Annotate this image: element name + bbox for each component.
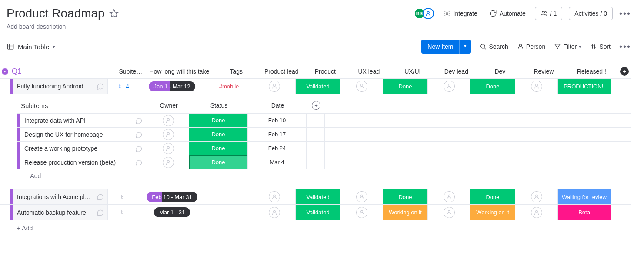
chat-icon[interactable] [92, 205, 108, 220]
column-timeline[interactable]: How long will this take [146, 68, 212, 75]
ux-lead-cell[interactable] [340, 189, 383, 204]
subitem-name[interactable]: Integrate data with API [20, 114, 130, 127]
column-review[interactable]: Review [522, 68, 565, 75]
product-lead-cell[interactable] [253, 205, 296, 220]
released-status-cell[interactable]: Waiting for review [558, 189, 611, 204]
chat-icon[interactable] [92, 79, 108, 94]
dev-status-cell[interactable]: Working on it [470, 205, 515, 220]
chat-icon[interactable] [130, 128, 147, 141]
column-product-lead[interactable]: Product lead [260, 68, 303, 75]
subitem-date[interactable]: Feb 24 [248, 142, 307, 155]
add-subitem-button[interactable]: + Add [17, 169, 631, 183]
subitem-name[interactable]: Design the UX for homepage [20, 128, 130, 141]
svg-point-15 [535, 84, 537, 86]
dev-lead-cell[interactable] [428, 205, 470, 220]
dev-lead-cell[interactable] [428, 79, 470, 94]
product-status-cell[interactable]: Validated [296, 79, 340, 94]
person-filter-button[interactable]: Person [517, 43, 545, 50]
subitem-date[interactable]: Mar 4 [248, 155, 307, 169]
svg-point-21 [360, 195, 363, 197]
ux-lead-cell[interactable] [340, 205, 383, 220]
tags-cell[interactable] [205, 205, 253, 220]
subitem-status[interactable]: Done [189, 114, 248, 127]
tags-cell[interactable] [205, 189, 253, 204]
members-button[interactable]: / 1 [535, 7, 563, 20]
released-status-cell[interactable]: PRODUCTION!! [558, 79, 611, 94]
chat-icon[interactable] [92, 189, 108, 204]
uxui-status-cell[interactable]: Done [383, 189, 428, 204]
chat-icon[interactable] [130, 142, 147, 155]
new-item-dropdown[interactable]: ▾ [459, 40, 471, 54]
review-cell[interactable] [515, 189, 558, 204]
product-lead-cell[interactable] [253, 189, 296, 204]
timeline-cell[interactable]: Mar 1 - 31 [139, 205, 205, 220]
chat-icon[interactable] [130, 114, 147, 127]
column-ux-lead[interactable]: UX lead [347, 68, 390, 75]
view-name: Main Table [18, 43, 49, 51]
column-released[interactable]: Released ! [565, 68, 618, 75]
subitems-expand[interactable] [108, 189, 139, 204]
search-button[interactable]: Search [480, 43, 508, 50]
ux-lead-cell[interactable] [340, 79, 383, 94]
subitem-status[interactable]: Done [189, 128, 248, 141]
add-column-button[interactable]: + [618, 67, 631, 76]
subitem-owner[interactable] [147, 142, 189, 155]
add-subcolumn-button[interactable]: + [307, 101, 325, 110]
column-dev[interactable]: Dev [477, 68, 522, 75]
timeline-cell[interactable]: Jan 1 - Mar 12 [139, 79, 205, 94]
more-menu-icon[interactable]: ••• [619, 9, 631, 19]
filter-button[interactable]: Filter ▾ [554, 43, 581, 50]
subitem-owner[interactable] [147, 128, 189, 141]
subitems-count[interactable]: 4 [108, 79, 139, 94]
column-product[interactable]: Product [303, 68, 347, 75]
column-dev-lead[interactable]: Dev lead [435, 68, 477, 75]
dev-status-cell[interactable]: Done [470, 189, 515, 204]
subitem-owner[interactable] [147, 114, 189, 127]
subitem-status[interactable]: Done [189, 155, 248, 169]
chat-icon[interactable] [130, 155, 147, 169]
group-collapse-toggle[interactable]: ▾ [2, 68, 8, 75]
item-name[interactable]: Fully functioning Android … [13, 79, 92, 94]
board-description[interactable]: Add board description [7, 23, 631, 35]
subitem-date[interactable]: Feb 17 [248, 128, 307, 141]
board-title[interactable]: Product Roadmap [7, 7, 105, 20]
dev-status-cell[interactable]: Done [470, 79, 515, 94]
subitem-name[interactable]: Create a working prototype [20, 142, 130, 155]
svg-line-9 [484, 48, 486, 49]
item-name[interactable]: Automatic backup feature [13, 205, 92, 220]
group-title[interactable]: Q1 [12, 67, 107, 76]
new-item-button[interactable]: New Item [421, 40, 459, 54]
subcolumn-status[interactable]: Status [190, 102, 248, 109]
product-status-cell[interactable]: Validated [296, 205, 340, 220]
subitem-name[interactable]: Release production version (beta) [20, 155, 130, 169]
star-icon[interactable] [109, 9, 119, 18]
add-item-row[interactable]: + Add [0, 220, 631, 236]
sort-button[interactable]: Sort [590, 43, 611, 50]
released-status-cell[interactable]: Beta [558, 205, 611, 220]
view-selector[interactable]: Main Table ▾ [7, 43, 55, 51]
subitem-date[interactable]: Feb 10 [248, 114, 307, 127]
item-name[interactable]: Integrations with Acme pl… [13, 189, 92, 204]
product-status-cell[interactable]: Validated [296, 189, 340, 204]
dev-lead-cell[interactable] [428, 189, 470, 204]
integrate-button[interactable]: Integrate [440, 8, 480, 19]
view-more-icon[interactable]: ••• [619, 42, 631, 52]
activities-button[interactable]: Activities / 0 [569, 7, 613, 20]
subcolumn-date[interactable]: Date [248, 102, 307, 109]
subitems-expand[interactable] [108, 205, 139, 220]
subitem-status[interactable]: Done [189, 142, 248, 155]
subcolumn-owner[interactable]: Owner [148, 102, 190, 109]
review-cell[interactable] [515, 79, 558, 94]
timeline-cell[interactable]: Feb 10 - Mar 31 [139, 189, 205, 204]
uxui-status-cell[interactable]: Working on it [383, 205, 428, 220]
review-cell[interactable] [515, 205, 558, 220]
members-avatars[interactable]: BS [414, 8, 434, 19]
column-ux-ui[interactable]: UX/UI [390, 68, 435, 75]
uxui-status-cell[interactable]: Done [383, 79, 428, 94]
column-tags[interactable]: Tags [212, 68, 260, 75]
tags-cell[interactable]: #mobile [205, 79, 253, 94]
column-subitems[interactable]: Subite… [115, 68, 146, 75]
subitem-owner[interactable] [147, 155, 189, 169]
automate-button[interactable]: Automate [487, 8, 528, 19]
product-lead-cell[interactable] [253, 79, 296, 94]
